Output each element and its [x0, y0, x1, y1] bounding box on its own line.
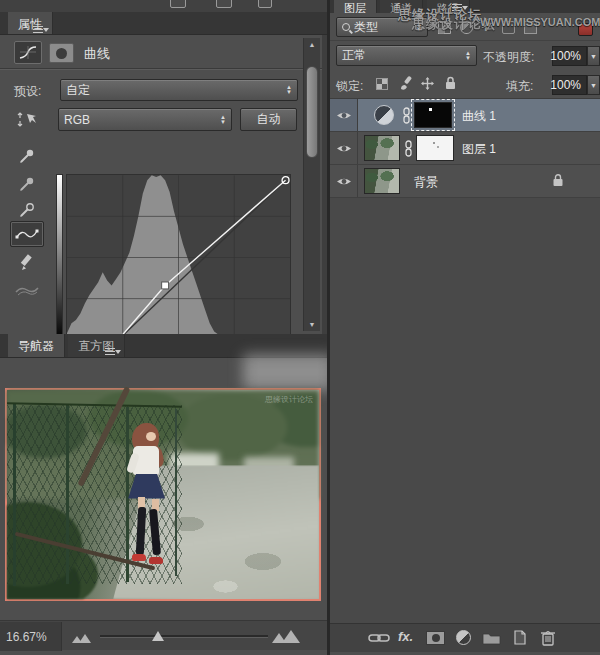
layers-empty-area — [330, 198, 600, 623]
zoom-percent-field[interactable]: 16.67% — [0, 622, 62, 651]
lock-row: 锁定: 填充: — [330, 70, 600, 99]
curve-mid-point — [162, 282, 169, 289]
smooth-curve-icon[interactable] — [10, 277, 44, 303]
layer-image-thumb[interactable] — [364, 135, 400, 161]
add-mask-icon[interactable] — [426, 631, 445, 645]
channel-value: RGB — [64, 113, 90, 127]
fill-value-field[interactable]: 100% — [552, 75, 587, 95]
new-layer-icon[interactable] — [512, 629, 527, 646]
watermark-site-url: WWW.MISSYUAN.COM — [480, 16, 600, 28]
divider-highlight — [0, 69, 322, 70]
blurred-watermark-patch — [243, 354, 333, 390]
photoshop-workspace: 属性 曲线 预设: 自定 ▲▼ — [0, 0, 600, 655]
new-adjustment-layer-icon[interactable] — [456, 630, 471, 645]
properties-scrollbar[interactable]: ▲ ▼ — [303, 38, 320, 331]
white-point-eyedropper-icon[interactable] — [10, 197, 44, 223]
mask-badge-icon[interactable] — [49, 43, 74, 63]
stepper-arrows-icon: ▲▼ — [465, 51, 471, 61]
photo-watermark: 思缘设计论坛 — [265, 394, 313, 405]
layer-style-fx-icon[interactable]: fx. — [398, 629, 413, 644]
stepper-arrows-icon: ▲▼ — [286, 85, 292, 95]
layers-list: 曲线 1 图层 1 — [330, 99, 600, 198]
layers-footer: fx. — [330, 623, 600, 652]
cutoff-newitem-icon — [170, 0, 186, 8]
photo-fence-post — [66, 405, 69, 585]
output-gradient-bar — [56, 174, 63, 341]
opacity-dropdown-arrow[interactable]: ▼ — [587, 46, 600, 66]
blend-row: 正常 ▲▼ 不透明度: 100% ▼ — [330, 41, 600, 70]
properties-tabbar: 属性 — [0, 12, 327, 35]
opacity-label: 不透明度: — [483, 49, 534, 66]
layer-visibility-eye-icon[interactable] — [330, 99, 358, 131]
preset-value: 自定 — [66, 82, 90, 99]
zoom-out-mountains-icon[interactable] — [72, 629, 94, 643]
targeted-adjustment-tool[interactable] — [10, 107, 44, 133]
photo-dappled-light — [132, 474, 319, 599]
navigator-preview[interactable]: 思缘设计论坛 — [5, 388, 321, 601]
layer-row-background[interactable]: 背景 — [330, 165, 600, 198]
lock-all-icon[interactable] — [444, 76, 457, 91]
layer-name[interactable]: 曲线 1 — [462, 108, 496, 125]
black-point-eyedropper-icon[interactable] — [10, 143, 44, 169]
lock-transparency-icon[interactable] — [376, 78, 388, 90]
layer-image-thumb[interactable] — [364, 168, 400, 194]
opacity-value: 100% — [550, 49, 581, 63]
new-group-icon[interactable] — [482, 631, 501, 645]
filter-kind-value: 类型 — [354, 19, 378, 36]
pencil-tool[interactable] — [10, 250, 44, 276]
scroll-up-icon[interactable]: ▲ — [304, 41, 320, 48]
photo-girl-face — [146, 432, 156, 441]
curves-svg — [67, 175, 290, 340]
opacity-value-field[interactable]: 100% — [552, 46, 587, 66]
zoom-in-mountains-icon[interactable] — [272, 626, 302, 643]
search-icon — [342, 23, 350, 31]
blend-mode-value: 正常 — [342, 47, 366, 64]
layer-visibility-eye-icon[interactable] — [330, 132, 358, 164]
layer-row-layer1[interactable]: 图层 1 — [330, 132, 600, 165]
layers-panel-column: 图层 通道 路径 类型 ▲▼ T 正常 ▲▼ 不透明度: — [330, 0, 600, 655]
cutoff-folder-icon — [258, 0, 272, 8]
stepper-arrows-icon: ▲▼ — [220, 115, 226, 125]
background-lock-icon — [552, 173, 564, 188]
layer-visibility-eye-icon[interactable] — [330, 165, 358, 197]
left-panel-column: 属性 曲线 预设: 自定 ▲▼ — [0, 0, 327, 655]
blend-mode-dropdown[interactable]: 正常 ▲▼ — [336, 45, 477, 66]
photo-fence-post — [13, 403, 16, 587]
fill-value: 100% — [550, 78, 581, 92]
curves-editor[interactable] — [66, 174, 291, 341]
link-layers-icon[interactable] — [368, 632, 390, 644]
lock-paint-brush-icon[interactable] — [398, 76, 413, 91]
layer-name[interactable]: 背景 — [414, 174, 438, 191]
tab-navigator[interactable]: 导航器 — [8, 334, 65, 357]
curves-badge-icon — [14, 41, 42, 64]
fill-dropdown-arrow[interactable]: ▼ — [587, 75, 600, 95]
curves-adjustment-thumb[interactable] — [374, 105, 394, 125]
delete-layer-icon[interactable] — [540, 629, 556, 646]
channel-dropdown[interactable]: RGB ▲▼ — [58, 108, 232, 131]
preset-label: 预设: — [14, 83, 41, 100]
auto-button[interactable]: 自动 — [240, 108, 297, 131]
top-cutoff-strip — [0, 0, 327, 12]
zoom-percent-value: 16.67% — [6, 630, 47, 644]
mask-link-icon[interactable] — [404, 140, 413, 157]
zoom-slider-thumb[interactable] — [152, 625, 164, 641]
adjustment-title: 曲线 — [84, 45, 110, 63]
layer-row-curves[interactable]: 曲线 1 — [330, 99, 600, 132]
cutoff-camera-icon — [216, 0, 232, 8]
layer-name[interactable]: 图层 1 — [462, 141, 496, 158]
zoom-slider-track[interactable] — [100, 635, 268, 638]
mask-link-icon[interactable] — [402, 107, 411, 124]
preset-dropdown[interactable]: 自定 ▲▼ — [60, 79, 298, 101]
edit-points-tool[interactable] — [10, 221, 44, 247]
scrollbar-thumb[interactable] — [306, 66, 318, 158]
lock-position-icon[interactable] — [420, 76, 435, 91]
navigator-zoom-bar: 16.67% — [0, 620, 327, 650]
gray-point-eyedropper-icon[interactable] — [10, 171, 44, 197]
scroll-down-icon[interactable]: ▼ — [304, 321, 320, 328]
auto-button-label: 自动 — [257, 111, 281, 128]
lock-label: 锁定: — [336, 78, 363, 95]
photo-fence-post — [126, 407, 129, 583]
layer-mask-thumb[interactable] — [416, 135, 454, 161]
tab-layers[interactable]: 图层 — [334, 0, 377, 13]
layer-mask-thumb-selected[interactable] — [414, 102, 452, 128]
